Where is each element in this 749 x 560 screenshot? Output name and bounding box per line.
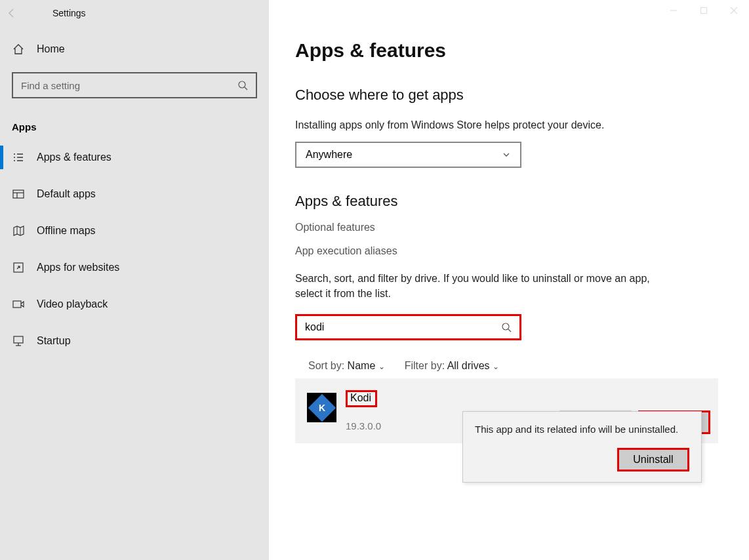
maximize-button[interactable] — [689, 0, 719, 21]
sort-label: Sort by: — [308, 360, 344, 371]
list-icon — [12, 151, 25, 164]
nav-label: Startup — [37, 335, 71, 347]
nav-label: Offline maps — [37, 225, 96, 237]
nav-label: Apps & features — [37, 151, 111, 163]
startup-icon — [12, 334, 25, 348]
svg-point-22 — [502, 323, 509, 330]
search-icon — [237, 80, 248, 90]
home-icon — [12, 43, 25, 56]
svg-rect-19 — [701, 8, 707, 14]
list-heading: Apps & features — [295, 193, 749, 210]
close-button[interactable] — [719, 0, 749, 21]
back-arrow-icon[interactable] — [7, 8, 20, 18]
app-name: Kodi — [346, 390, 377, 407]
nav-default-apps[interactable]: Default apps — [0, 176, 269, 212]
filter-value: All drives — [447, 360, 490, 371]
app-search-input[interactable] — [295, 314, 521, 340]
chevron-down-icon: ⌄ — [378, 362, 385, 371]
filter-help: Search, sort, and filter by drive. If yo… — [295, 271, 676, 301]
choose-subtext: Installing apps only from Windows Store … — [295, 118, 676, 132]
svg-rect-14 — [13, 301, 21, 308]
sidebar: Settings Home Apps Apps & features Def — [0, 0, 269, 560]
chevron-down-icon — [502, 150, 511, 159]
app-source-dropdown[interactable]: Anywhere — [295, 142, 521, 168]
home-button[interactable]: Home — [0, 26, 269, 66]
window-controls — [658, 0, 749, 21]
choose-heading: Choose where to get apps — [295, 87, 749, 104]
page-title: Apps & features — [295, 39, 749, 62]
minimize-button[interactable] — [658, 0, 689, 21]
dropdown-value: Anywhere — [306, 149, 352, 161]
map-icon — [12, 224, 25, 237]
video-icon — [12, 298, 25, 311]
sort-filter-row: Sort by: Name ⌄ Filter by: All drives ⌄ — [295, 360, 749, 372]
app-aliases-link[interactable]: App execution aliases — [295, 245, 749, 257]
svg-line-1 — [245, 87, 247, 90]
nav-label: Default apps — [37, 188, 96, 200]
popup-uninstall-button[interactable]: Uninstall — [617, 448, 689, 471]
app-info: Kodi 19.3.0.0 — [346, 390, 381, 431]
svg-point-0 — [239, 81, 245, 88]
sort-by-dropdown[interactable]: Sort by: Name ⌄ — [308, 360, 385, 372]
settings-search-input[interactable] — [12, 72, 257, 98]
window-title: Settings — [52, 8, 86, 18]
open-external-icon — [12, 261, 25, 274]
section-heading: Apps — [0, 111, 269, 139]
nav-label: Apps for websites — [37, 262, 119, 273]
titlebar: Settings — [0, 0, 269, 26]
svg-rect-8 — [13, 190, 24, 198]
filter-by-dropdown[interactable]: Filter by: All drives ⌄ — [405, 360, 499, 372]
nav-apps-websites[interactable]: Apps for websites — [0, 249, 269, 286]
popup-text: This app and its related info will be un… — [475, 422, 689, 436]
search-icon — [501, 322, 512, 332]
svg-rect-15 — [14, 336, 23, 343]
main-panel: Apps & features Choose where to get apps… — [269, 0, 749, 560]
svg-line-23 — [508, 329, 511, 332]
default-apps-icon — [12, 188, 25, 201]
optional-features-link[interactable]: Optional features — [295, 222, 749, 233]
nav-startup[interactable]: Startup — [0, 323, 269, 359]
sort-value: Name — [348, 360, 376, 371]
settings-search-field[interactable] — [21, 80, 237, 91]
app-search-field[interactable] — [305, 321, 501, 333]
nav-label: Video playback — [37, 298, 108, 310]
nav-apps-features[interactable]: Apps & features — [0, 139, 269, 176]
kodi-app-icon: K — [307, 393, 336, 422]
filter-label: Filter by: — [405, 360, 445, 371]
home-label: Home — [37, 43, 65, 55]
uninstall-confirm-popup: This app and its related info will be un… — [462, 411, 702, 483]
nav-video-playback[interactable]: Video playback — [0, 286, 269, 323]
nav-offline-maps[interactable]: Offline maps — [0, 212, 269, 249]
app-version: 19.3.0.0 — [346, 420, 381, 431]
chevron-down-icon: ⌄ — [493, 362, 499, 371]
